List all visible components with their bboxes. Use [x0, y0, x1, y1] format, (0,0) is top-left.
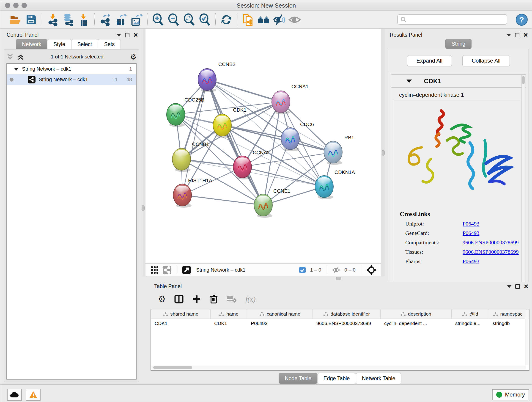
collapse-all-button[interactable]: Collapse All [462, 55, 510, 66]
table-cell[interactable]: CDK1 [210, 319, 247, 328]
save-session-icon[interactable] [25, 13, 38, 26]
delete-table-icon[interactable] [227, 295, 237, 303]
network-node-CDKN1A[interactable]: CDKN1A [315, 169, 355, 199]
right-splitter-handle[interactable] [382, 150, 385, 156]
crosslink-link[interactable]: P06493 [462, 258, 479, 264]
table-cell[interactable]: 9606.ENSP00000378699 [313, 319, 380, 328]
crosslink-link[interactable]: 9606.ENSP00000378699 [462, 249, 519, 255]
panel-close-icon[interactable]: ✕ [524, 284, 529, 289]
zoom-out-icon[interactable] [167, 13, 180, 26]
left-splitter-handle[interactable] [142, 205, 145, 211]
tab-string[interactable]: String [445, 39, 472, 49]
table-cell[interactable]: cyclin–dependent ... [380, 319, 452, 328]
table-options-gear-icon[interactable]: ⚙ [158, 294, 166, 304]
network-node-HIST1H1A[interactable]: HIST1H1A [173, 178, 212, 208]
network-collection-row[interactable]: String Network – cdk1 1 [7, 64, 136, 74]
export-image-icon[interactable] [130, 13, 143, 26]
delete-column-icon[interactable] [210, 294, 218, 304]
collection-expand-icon[interactable] [14, 68, 19, 70]
tab-node-table[interactable]: Node Table [279, 373, 317, 384]
tab-sets[interactable]: Sets [98, 39, 121, 49]
network-options-gear-icon[interactable]: ⚙ [130, 52, 137, 61]
apply-layout-icon[interactable] [220, 13, 233, 26]
node-label: RB1 [344, 135, 354, 140]
collapse-all-icon[interactable] [6, 53, 14, 60]
selected-checkbox-icon[interactable] [299, 267, 306, 274]
node-label: CDKN1A [335, 169, 355, 175]
string-enable-glass-icon[interactable] [272, 13, 286, 26]
bottom-splitter-handle[interactable] [336, 277, 341, 280]
panel-menu-icon[interactable] [507, 34, 511, 36]
help-button[interactable]: ? [516, 14, 528, 26]
panel-close-icon[interactable]: ✕ [523, 33, 528, 37]
table-horizontal-scrollbar[interactable] [152, 366, 526, 370]
network-node-CCNE1[interactable]: CCNE1 [254, 188, 291, 218]
expand-all-button[interactable]: Expand All [407, 55, 452, 66]
zoom-selected-icon[interactable] [198, 13, 211, 26]
expand-all-icon[interactable] [17, 53, 24, 60]
column-header-namespac[interactable]: namespac [489, 309, 527, 319]
tab-select[interactable]: Select [71, 39, 98, 49]
panel-close-icon[interactable]: ✕ [133, 33, 138, 37]
network-canvas[interactable]: CCNB2CCNA1CDC25BCDK1CDC6RB1CCNB1CCNA2CDK… [146, 29, 381, 263]
table-cell[interactable]: stringdb:9... [452, 319, 489, 328]
string-view-icon[interactable] [162, 265, 172, 274]
column-header-database-identifier[interactable]: database identifier [313, 309, 380, 319]
column-header--id[interactable]: @id [452, 309, 489, 319]
table-row[interactable]: CDK1CDK1P064939606.ENSP00000378699cyclin… [151, 319, 529, 328]
grid-view-icon[interactable] [151, 266, 159, 274]
gene-section-header[interactable]: CDK1 [391, 75, 526, 88]
zoom-in-icon[interactable] [152, 13, 165, 26]
left-splitter[interactable] [143, 29, 146, 276]
export-table-icon[interactable] [114, 13, 128, 26]
show-columns-icon[interactable] [174, 294, 184, 304]
table-vertical-scrollbar[interactable] [525, 310, 529, 365]
export-network-icon[interactable] [99, 13, 112, 26]
results-scrollbar[interactable] [521, 75, 525, 291]
network-node-RB1[interactable]: RB1 [324, 135, 354, 165]
open-in-window-icon[interactable] [182, 265, 191, 274]
cloud-status-button[interactable] [7, 389, 22, 401]
import-table-icon[interactable] [77, 13, 90, 26]
network-node-CCNB2[interactable]: CCNB2 [198, 61, 235, 92]
function-builder-icon[interactable]: f(x) [245, 295, 255, 303]
column-type-icon [401, 312, 406, 317]
warnings-button[interactable] [26, 389, 41, 401]
memory-button[interactable]: Memory [492, 389, 529, 400]
tab-edge-table[interactable]: Edge Table [317, 373, 356, 384]
birds-eye-view-icon[interactable] [366, 265, 376, 275]
crosslink-link[interactable]: P06493 [462, 221, 479, 227]
column-header-canonical-name[interactable]: canonical name [247, 309, 313, 319]
panel-menu-icon[interactable] [507, 285, 512, 288]
network-row[interactable]: String Network – cdk1 11 48 [7, 74, 136, 85]
tab-network[interactable]: Network [16, 39, 47, 49]
panel-float-icon[interactable] [515, 284, 520, 289]
column-header-name[interactable]: name [210, 309, 247, 319]
column-type-icon [163, 312, 168, 317]
tab-style[interactable]: Style [47, 39, 71, 49]
zoom-fit-icon[interactable] [183, 13, 196, 26]
column-header-description[interactable]: description [380, 309, 452, 319]
panel-float-icon[interactable] [515, 33, 519, 37]
network-tab-content: 1 of 1 Network selected ⚙ String Network… [4, 49, 139, 382]
table-cell[interactable]: stringdb [489, 319, 527, 328]
string-home-icon[interactable] [257, 13, 270, 26]
import-network-database-icon[interactable] [62, 13, 75, 26]
import-network-file-icon[interactable] [46, 13, 59, 26]
table-cell[interactable]: P06493 [247, 319, 313, 328]
crosslink-link[interactable]: P06493 [462, 230, 479, 236]
panel-float-icon[interactable] [125, 33, 129, 37]
network-edge-count: 48 [127, 77, 132, 83]
open-session-icon[interactable] [9, 13, 22, 26]
network-from-selection-icon[interactable] [241, 13, 254, 26]
add-column-icon[interactable] [192, 295, 201, 303]
crosslink-link[interactable]: 9606.ENSP00000378699 [462, 240, 519, 246]
section-collapse-icon[interactable] [406, 80, 412, 83]
column-header-shared-name[interactable]: shared name [151, 309, 210, 319]
network-node-CCNA1[interactable]: CCNA1 [272, 84, 309, 114]
tab-network-table[interactable]: Network Table [356, 373, 401, 384]
table-cell[interactable]: CDK1 [151, 319, 210, 328]
search-input[interactable] [406, 17, 503, 22]
show-graphics-details-icon[interactable] [288, 13, 301, 26]
panel-menu-icon[interactable] [117, 34, 121, 36]
